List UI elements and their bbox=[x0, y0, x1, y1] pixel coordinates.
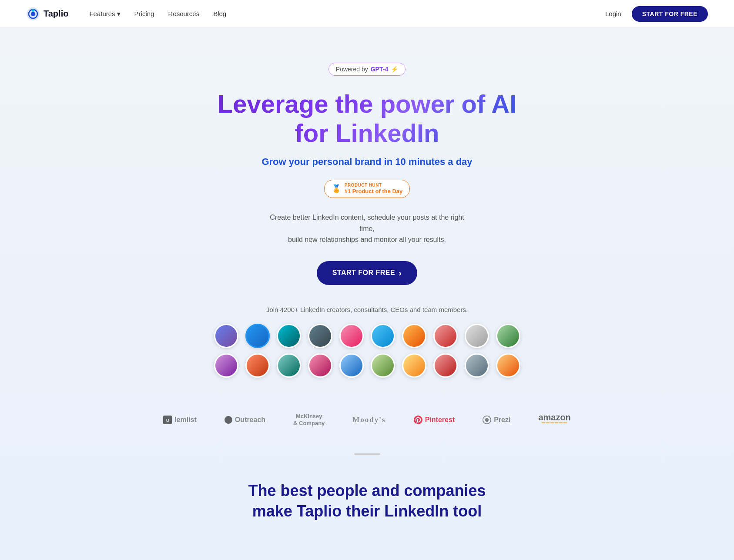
mckinsey-logo: McKinsey& Company bbox=[293, 413, 325, 426]
login-button[interactable]: Login bbox=[605, 10, 621, 17]
avatar bbox=[214, 353, 238, 378]
pinterest-logo: Pinterest bbox=[414, 416, 455, 424]
cta-start-button[interactable]: START FOR FREE › bbox=[317, 261, 418, 285]
avatar bbox=[339, 353, 364, 378]
product-hunt-badge[interactable]: 🏅 PRODUCT HUNT #1 Product of the Day bbox=[324, 180, 410, 198]
nav-links: Features ▾ Pricing Resources Blog bbox=[89, 10, 605, 18]
avatar bbox=[245, 324, 270, 348]
powered-badge: Powered by GPT-4 ⚡ bbox=[328, 63, 406, 76]
avatar bbox=[402, 324, 426, 348]
avatar-row-2 bbox=[214, 353, 520, 378]
chevron-down-icon: ▾ bbox=[117, 10, 121, 18]
avatar bbox=[433, 324, 458, 348]
avatar bbox=[402, 353, 426, 378]
avatar bbox=[371, 353, 395, 378]
avatar bbox=[465, 324, 489, 348]
hero-description: Create better LinkedIn content, schedule… bbox=[263, 212, 472, 245]
outreach-icon bbox=[225, 416, 232, 424]
svg-point-2 bbox=[31, 12, 35, 16]
avatar bbox=[465, 353, 489, 378]
amazon-logo: amazon ▔▔▔▔▔▔ bbox=[538, 412, 570, 427]
lemlist-icon: u bbox=[163, 416, 172, 424]
avatar bbox=[496, 324, 520, 348]
avatar bbox=[496, 353, 520, 378]
nav-actions: Login START FOR FREE bbox=[605, 6, 708, 22]
moodys-logo: Moody's bbox=[352, 416, 385, 424]
avatar bbox=[433, 353, 458, 378]
hero-subtitle: Grow your personal brand in 10 minutes a… bbox=[9, 156, 725, 168]
hero-title: Leverage the power of AI for LinkedIn bbox=[215, 90, 519, 148]
avatar bbox=[214, 324, 238, 348]
svg-point-5 bbox=[485, 418, 489, 422]
bottom-title: The best people and companies make Tapli… bbox=[237, 481, 498, 522]
avatar bbox=[339, 324, 364, 348]
nav-pricing[interactable]: Pricing bbox=[134, 10, 154, 17]
pinterest-icon bbox=[414, 416, 422, 424]
lemlist-logo: u lemlist bbox=[163, 416, 197, 424]
nav-features[interactable]: Features ▾ bbox=[89, 10, 120, 18]
powered-product: GPT-4 bbox=[371, 66, 388, 73]
section-divider bbox=[354, 453, 380, 455]
powered-label: Powered by bbox=[336, 66, 368, 73]
avatar bbox=[277, 353, 301, 378]
arrow-right-icon: › bbox=[399, 268, 402, 278]
prezi-logo: Prezi bbox=[483, 416, 510, 424]
company-logos: u lemlist Outreach McKinsey& Company Moo… bbox=[9, 404, 725, 436]
join-text: Join 4200+ LinkedIn creators, consultant… bbox=[9, 306, 725, 313]
logo[interactable]: Taplio bbox=[26, 7, 68, 21]
avatar-grid bbox=[9, 324, 725, 378]
lightning-icon: ⚡ bbox=[391, 66, 398, 73]
avatar bbox=[371, 324, 395, 348]
nav-resources[interactable]: Resources bbox=[168, 10, 199, 17]
avatar bbox=[308, 353, 332, 378]
navbar: Taplio Features ▾ Pricing Resources Blog… bbox=[0, 0, 734, 28]
svg-point-3 bbox=[32, 9, 34, 12]
ph-main: #1 Product of the Day bbox=[345, 188, 403, 195]
avatar-row-1 bbox=[214, 324, 520, 348]
bottom-section: The best people and companies make Tapli… bbox=[9, 472, 725, 548]
nav-blog[interactable]: Blog bbox=[213, 10, 226, 17]
nav-start-button[interactable]: START FOR FREE bbox=[632, 6, 708, 22]
prezi-icon bbox=[483, 416, 491, 424]
ph-label: PRODUCT HUNT bbox=[345, 183, 382, 188]
logo-text: Taplio bbox=[44, 9, 68, 19]
avatar bbox=[308, 324, 332, 348]
outreach-logo: Outreach bbox=[225, 416, 265, 424]
hero-section: Powered by GPT-4 ⚡ Leverage the power of… bbox=[0, 28, 734, 560]
taplio-logo-icon bbox=[26, 7, 40, 21]
avatar bbox=[245, 353, 270, 378]
medal-icon: 🏅 bbox=[332, 184, 341, 194]
avatar bbox=[277, 324, 301, 348]
